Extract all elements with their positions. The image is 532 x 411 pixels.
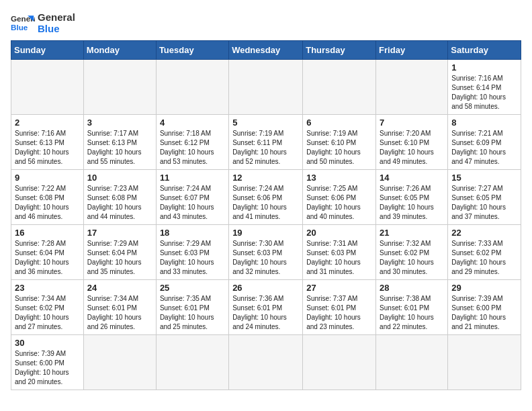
day-number: 19 <box>232 228 300 238</box>
day-info: Sunrise: 7:34 AM Sunset: 6:01 PM Dayligh… <box>87 294 153 332</box>
day-info: Sunrise: 7:39 AM Sunset: 6:00 PM Dayligh… <box>15 349 81 387</box>
day-number: 14 <box>380 173 445 183</box>
day-number: 10 <box>87 173 153 183</box>
calendar-cell <box>229 335 303 390</box>
day-number: 3 <box>87 118 153 128</box>
calendar-cell: 9Sunrise: 7:22 AM Sunset: 6:08 PM Daylig… <box>11 170 84 225</box>
day-info: Sunrise: 7:36 AM Sunset: 6:01 PM Dayligh… <box>232 294 300 332</box>
logo: General Blue General Blue <box>11 11 75 35</box>
calendar-cell <box>83 60 156 115</box>
calendar-cell: 1Sunrise: 7:16 AM Sunset: 6:14 PM Daylig… <box>448 60 521 115</box>
calendar-cell <box>303 60 376 115</box>
day-number: 5 <box>232 118 300 128</box>
day-number: 7 <box>380 118 445 128</box>
calendar-cell <box>376 335 448 390</box>
day-number: 23 <box>15 283 81 293</box>
day-number: 2 <box>15 118 81 128</box>
day-info: Sunrise: 7:37 AM Sunset: 6:01 PM Dayligh… <box>306 294 373 332</box>
day-number: 9 <box>15 173 81 183</box>
day-info: Sunrise: 7:19 AM Sunset: 6:10 PM Dayligh… <box>306 129 373 167</box>
calendar-cell <box>303 335 376 390</box>
calendar-cell: 16Sunrise: 7:28 AM Sunset: 6:04 PM Dayli… <box>11 225 84 280</box>
calendar-table: SundayMondayTuesdayWednesdayThursdayFrid… <box>11 40 521 390</box>
header-thursday: Thursday <box>303 41 376 60</box>
day-number: 15 <box>451 173 518 183</box>
calendar-cell <box>156 335 228 390</box>
day-info: Sunrise: 7:26 AM Sunset: 6:05 PM Dayligh… <box>380 184 445 222</box>
calendar-cell: 10Sunrise: 7:23 AM Sunset: 6:08 PM Dayli… <box>83 170 156 225</box>
day-number: 26 <box>232 283 300 293</box>
day-number: 21 <box>380 228 445 238</box>
header-tuesday: Tuesday <box>156 41 228 60</box>
day-info: Sunrise: 7:34 AM Sunset: 6:02 PM Dayligh… <box>15 294 81 332</box>
day-info: Sunrise: 7:35 AM Sunset: 6:01 PM Dayligh… <box>160 294 226 332</box>
calendar-week-1: 1Sunrise: 7:16 AM Sunset: 6:14 PM Daylig… <box>11 60 521 115</box>
day-info: Sunrise: 7:39 AM Sunset: 6:00 PM Dayligh… <box>451 294 518 332</box>
calendar-cell: 30Sunrise: 7:39 AM Sunset: 6:00 PM Dayli… <box>11 335 84 390</box>
day-number: 27 <box>306 283 373 293</box>
calendar-cell: 12Sunrise: 7:24 AM Sunset: 6:06 PM Dayli… <box>229 170 303 225</box>
day-number: 12 <box>232 173 300 183</box>
day-number: 28 <box>380 283 445 293</box>
day-number: 17 <box>87 228 153 238</box>
day-info: Sunrise: 7:33 AM Sunset: 6:02 PM Dayligh… <box>451 239 518 277</box>
calendar-cell <box>156 60 228 115</box>
day-info: Sunrise: 7:21 AM Sunset: 6:09 PM Dayligh… <box>451 129 518 167</box>
day-info: Sunrise: 7:23 AM Sunset: 6:08 PM Dayligh… <box>87 184 153 222</box>
header-friday: Friday <box>376 41 448 60</box>
day-number: 8 <box>451 118 518 128</box>
svg-text:Blue: Blue <box>11 23 28 32</box>
day-number: 25 <box>160 283 226 293</box>
day-info: Sunrise: 7:18 AM Sunset: 6:12 PM Dayligh… <box>160 129 226 167</box>
day-info: Sunrise: 7:38 AM Sunset: 6:01 PM Dayligh… <box>380 294 445 332</box>
calendar-cell: 18Sunrise: 7:29 AM Sunset: 6:03 PM Dayli… <box>156 225 228 280</box>
day-info: Sunrise: 7:29 AM Sunset: 6:03 PM Dayligh… <box>160 239 226 277</box>
day-number: 16 <box>15 228 81 238</box>
day-info: Sunrise: 7:16 AM Sunset: 6:14 PM Dayligh… <box>451 74 518 111</box>
day-number: 20 <box>306 228 373 238</box>
day-info: Sunrise: 7:24 AM Sunset: 6:07 PM Dayligh… <box>160 184 226 222</box>
calendar-cell: 20Sunrise: 7:31 AM Sunset: 6:03 PM Dayli… <box>303 225 376 280</box>
calendar-cell: 14Sunrise: 7:26 AM Sunset: 6:05 PM Dayli… <box>376 170 448 225</box>
day-info: Sunrise: 7:31 AM Sunset: 6:03 PM Dayligh… <box>306 239 373 277</box>
calendar-cell: 4Sunrise: 7:18 AM Sunset: 6:12 PM Daylig… <box>156 115 228 170</box>
day-number: 30 <box>15 338 81 348</box>
calendar-cell: 11Sunrise: 7:24 AM Sunset: 6:07 PM Dayli… <box>156 170 228 225</box>
day-info: Sunrise: 7:16 AM Sunset: 6:13 PM Dayligh… <box>15 129 81 167</box>
header-sunday: Sunday <box>11 41 84 60</box>
calendar-cell: 25Sunrise: 7:35 AM Sunset: 6:01 PM Dayli… <box>156 280 228 335</box>
day-number: 1 <box>451 62 518 73</box>
calendar-cell: 3Sunrise: 7:17 AM Sunset: 6:13 PM Daylig… <box>83 115 156 170</box>
day-number: 22 <box>451 228 518 238</box>
calendar-week-3: 9Sunrise: 7:22 AM Sunset: 6:08 PM Daylig… <box>11 170 521 225</box>
calendar-week-2: 2Sunrise: 7:16 AM Sunset: 6:13 PM Daylig… <box>11 115 521 170</box>
day-number: 11 <box>160 173 226 183</box>
logo-icon: General Blue <box>11 11 35 35</box>
day-info: Sunrise: 7:19 AM Sunset: 6:11 PM Dayligh… <box>232 129 300 167</box>
day-info: Sunrise: 7:22 AM Sunset: 6:08 PM Dayligh… <box>15 184 81 222</box>
day-info: Sunrise: 7:29 AM Sunset: 6:04 PM Dayligh… <box>87 239 153 277</box>
calendar-cell: 26Sunrise: 7:36 AM Sunset: 6:01 PM Dayli… <box>229 280 303 335</box>
calendar-cell: 6Sunrise: 7:19 AM Sunset: 6:10 PM Daylig… <box>303 115 376 170</box>
header-wednesday: Wednesday <box>229 41 303 60</box>
calendar-cell: 22Sunrise: 7:33 AM Sunset: 6:02 PM Dayli… <box>448 225 521 280</box>
day-info: Sunrise: 7:25 AM Sunset: 6:06 PM Dayligh… <box>306 184 373 222</box>
calendar-week-6: 30Sunrise: 7:39 AM Sunset: 6:00 PM Dayli… <box>11 335 521 390</box>
day-info: Sunrise: 7:17 AM Sunset: 6:13 PM Dayligh… <box>87 129 153 167</box>
calendar-cell: 7Sunrise: 7:20 AM Sunset: 6:10 PM Daylig… <box>376 115 448 170</box>
calendar-cell: 21Sunrise: 7:32 AM Sunset: 6:02 PM Dayli… <box>376 225 448 280</box>
calendar-cell: 8Sunrise: 7:21 AM Sunset: 6:09 PM Daylig… <box>448 115 521 170</box>
page-header: General Blue General Blue <box>11 11 521 35</box>
calendar-cell: 29Sunrise: 7:39 AM Sunset: 6:00 PM Dayli… <box>448 280 521 335</box>
logo-text-general: General <box>38 11 75 23</box>
calendar-cell: 27Sunrise: 7:37 AM Sunset: 6:01 PM Dayli… <box>303 280 376 335</box>
calendar-week-4: 16Sunrise: 7:28 AM Sunset: 6:04 PM Dayli… <box>11 225 521 280</box>
calendar-cell: 5Sunrise: 7:19 AM Sunset: 6:11 PM Daylig… <box>229 115 303 170</box>
calendar-header-row: SundayMondayTuesdayWednesdayThursdayFrid… <box>11 41 521 60</box>
day-number: 29 <box>451 283 518 293</box>
day-number: 6 <box>306 118 373 128</box>
day-number: 4 <box>160 118 226 128</box>
day-info: Sunrise: 7:27 AM Sunset: 6:05 PM Dayligh… <box>451 184 518 222</box>
calendar-cell: 2Sunrise: 7:16 AM Sunset: 6:13 PM Daylig… <box>11 115 84 170</box>
calendar-cell <box>11 60 84 115</box>
